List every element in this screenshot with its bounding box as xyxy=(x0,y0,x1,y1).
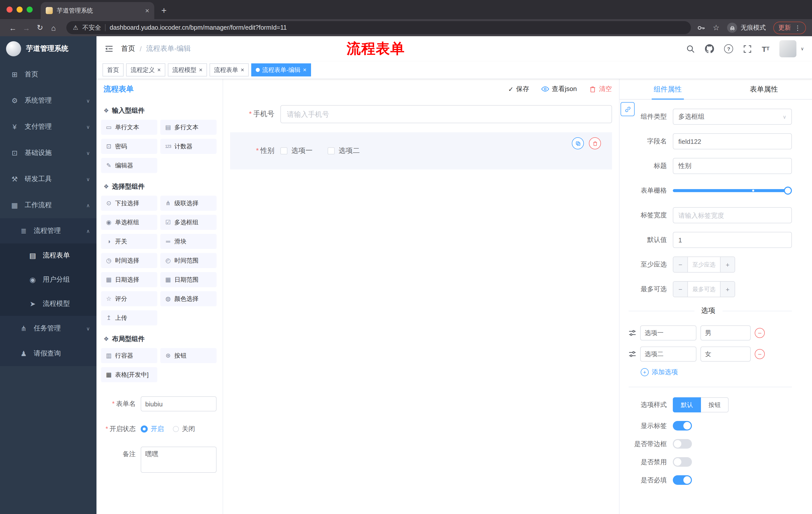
sidebar-item-task-management[interactable]: ⋔ 任务管理 ∨ xyxy=(0,316,96,341)
palette-item-color-picker[interactable]: ◍颜色选择 xyxy=(160,291,216,306)
tab-close-icon[interactable]: × xyxy=(145,7,149,14)
key-icon[interactable] xyxy=(697,23,705,32)
close-window-icon[interactable] xyxy=(6,6,12,12)
sidebar-item-process-management[interactable]: ≣ 流程管理 ∧ xyxy=(0,218,96,243)
browser-menu-icon[interactable]: ⋮ xyxy=(794,24,801,31)
palette-item-row-container[interactable]: ▥行容器 xyxy=(101,348,157,363)
palette-item-time-picker[interactable]: ◷时间选择 xyxy=(101,253,157,268)
form-name-input[interactable] xyxy=(141,396,216,411)
bookmark-star-icon[interactable]: ☆ xyxy=(713,23,720,32)
sidebar-item-process-model[interactable]: ➤ 流程模型 xyxy=(0,292,96,316)
palette-item-password[interactable]: ⊡密码 xyxy=(101,139,157,154)
option-value-input[interactable] xyxy=(700,325,751,341)
remove-option-icon[interactable]: − xyxy=(755,328,765,338)
tag-process-form[interactable]: 流程表单 × xyxy=(209,63,249,77)
clear-button[interactable]: 清空 xyxy=(589,84,612,93)
component-type-select[interactable]: 多选框组∨ xyxy=(673,109,792,125)
help-icon[interactable]: ? xyxy=(724,44,733,53)
sidebar-item-leave-query[interactable]: ♟ 请假查询 xyxy=(0,341,96,366)
option-value-input[interactable] xyxy=(700,347,751,361)
drag-handle-icon[interactable] xyxy=(629,350,636,358)
gender-field-widget-selected[interactable]: 性别 选项一 选项二 xyxy=(230,132,612,169)
show-label-toggle[interactable] xyxy=(673,421,692,431)
copy-widget-button[interactable] xyxy=(572,137,584,150)
disabled-toggle[interactable] xyxy=(673,457,692,467)
border-toggle[interactable] xyxy=(673,439,692,449)
style-default-button[interactable]: 默认 xyxy=(673,397,701,412)
default-value-input[interactable] xyxy=(673,232,792,248)
sidebar-item-process-form[interactable]: ▤ 流程表单 xyxy=(0,243,96,268)
slider-handle[interactable] xyxy=(784,187,792,195)
minus-button[interactable]: − xyxy=(673,257,688,272)
palette-item-date-range[interactable]: ▦日期范围 xyxy=(160,272,216,287)
palette-item-editor[interactable]: ✎编辑器 xyxy=(101,158,157,173)
browser-update-button[interactable]: 更新 ⋮ xyxy=(773,21,806,34)
option-label-input[interactable] xyxy=(640,347,696,361)
back-icon[interactable]: ← xyxy=(6,23,20,32)
field-name-input[interactable] xyxy=(673,133,792,150)
required-toggle[interactable] xyxy=(673,475,692,485)
palette-item-table[interactable]: ▦表格[开发中] xyxy=(101,367,157,382)
option-label-input[interactable] xyxy=(640,325,696,341)
sidebar-fold-icon[interactable] xyxy=(105,44,114,53)
palette-item-button[interactable]: ⊛按钮 xyxy=(160,348,216,363)
label-width-input[interactable] xyxy=(673,207,792,223)
tag-process-model[interactable]: 流程模型 × xyxy=(168,63,207,77)
home-icon[interactable]: ⌂ xyxy=(47,23,60,32)
palette-item-switch[interactable]: ◑开关 xyxy=(101,234,157,249)
checkbox-option-2[interactable]: 选项二 xyxy=(328,146,360,155)
remove-option-icon[interactable]: − xyxy=(755,349,765,359)
plus-button[interactable]: + xyxy=(720,257,735,272)
delete-widget-button[interactable] xyxy=(589,137,601,150)
palette-item-textarea[interactable]: ▤多行文本 xyxy=(160,120,216,135)
radio-off[interactable]: 关闭 xyxy=(173,425,195,434)
minus-button[interactable]: − xyxy=(673,282,688,297)
tag-process-definition[interactable]: 流程定义 × xyxy=(126,63,165,77)
palette-item-select[interactable]: ⊙下拉选择 xyxy=(101,196,157,211)
view-json-button[interactable]: 查看json xyxy=(541,84,577,93)
tag-close-icon[interactable]: × xyxy=(157,67,161,73)
grid-span-slider[interactable] xyxy=(673,183,792,199)
phone-field-row[interactable]: 手机号 xyxy=(230,105,612,123)
address-bar[interactable]: ⚠ 不安全 dashboard.yudao.iocoder.cn/bpm/man… xyxy=(66,21,691,34)
reload-icon[interactable]: ↻ xyxy=(33,23,47,32)
font-size-icon[interactable]: TT xyxy=(762,45,770,53)
minimize-window-icon[interactable] xyxy=(17,6,23,12)
style-button-button[interactable]: 按钮 xyxy=(701,397,729,412)
fullscreen-icon[interactable] xyxy=(743,45,752,53)
breadcrumb-home[interactable]: 首页 xyxy=(121,44,135,53)
palette-item-cascader[interactable]: ⋔级联选择 xyxy=(160,196,216,211)
search-icon[interactable] xyxy=(686,45,695,53)
palette-item-counter[interactable]: 123计数器 xyxy=(160,139,216,154)
title-input[interactable] xyxy=(673,158,792,174)
drag-handle-icon[interactable] xyxy=(629,329,636,337)
phone-input[interactable] xyxy=(280,105,612,123)
tag-close-icon[interactable]: × xyxy=(241,67,244,73)
radio-on[interactable]: 开启 xyxy=(141,425,164,434)
sidebar-item-user-group[interactable]: ◉ 用户分组 xyxy=(0,268,96,292)
checkbox-option-1[interactable]: 选项一 xyxy=(280,146,313,155)
stepper-placeholder[interactable]: 最多可选 xyxy=(688,282,720,297)
palette-item-date-picker[interactable]: ▦日期选择 xyxy=(101,272,157,287)
slider-track[interactable] xyxy=(673,189,788,192)
palette-item-single-line-text[interactable]: ▭单行文本 xyxy=(101,120,157,135)
stepper-placeholder[interactable]: 至少应选 xyxy=(688,257,720,272)
palette-item-checkbox-group[interactable]: ☑多选框组 xyxy=(160,215,216,230)
sidebar-logo[interactable]: 芋道管理系统 xyxy=(0,36,96,61)
palette-item-slider[interactable]: ═滑块 xyxy=(160,234,216,249)
tag-process-form-edit[interactable]: 流程表单-编辑 × xyxy=(251,63,311,77)
sidebar-item-payment-management[interactable]: ¥ 支付管理 ∨ xyxy=(0,114,96,140)
sidebar-item-workflow[interactable]: ▦ 工作流程 ∧ xyxy=(0,192,96,218)
forward-icon[interactable]: → xyxy=(20,23,33,32)
zoom-window-icon[interactable] xyxy=(27,6,33,12)
sidebar-item-dev-tools[interactable]: ⚒ 研发工具 ∨ xyxy=(0,166,96,192)
new-tab-button[interactable]: + xyxy=(161,6,167,15)
sidebar-item-system-management[interactable]: ⚙ 系统管理 ∨ xyxy=(0,87,96,114)
palette-item-upload[interactable]: ↥上传 xyxy=(101,310,157,325)
tag-close-icon[interactable]: × xyxy=(303,67,307,73)
sidebar-item-infrastructure[interactable]: ⊡ 基础设施 ∨ xyxy=(0,140,96,166)
palette-item-time-range[interactable]: ◴时间范围 xyxy=(160,253,216,268)
add-option-button[interactable]: + 添加选项 xyxy=(641,368,792,377)
palette-item-radio-group[interactable]: ◉单选框组 xyxy=(101,215,157,230)
tab-component-props[interactable]: 组件属性 xyxy=(619,79,716,99)
